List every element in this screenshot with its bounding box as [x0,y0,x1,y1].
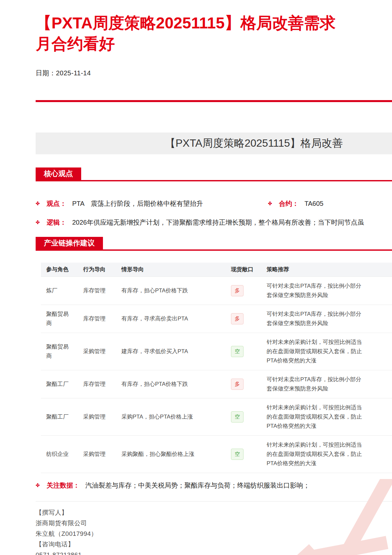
table-row: 聚酯贸易商采购管理建库存，寻求低价买入PTA空针对未来的采购计划，可按照比例适当… [41,333,392,370]
page-title: 【PXTA周度策略20251115】格局改善需求 月合约看好 [36,0,392,54]
top-red-divider [36,100,392,102]
exposure-cell: 空 [226,398,261,436]
strategy-line: 套保做空来预防意外风险 [267,291,392,300]
page-title-line-1: 【PXTA周度策略20251115】格局改善需求 [36,13,392,33]
strategy-cell: 可针对未卖出PTA库存，按比例小部分套保做空来预防意外风险 [261,370,392,398]
situation-cell: 有库存，担心PTA价格下跌 [116,277,226,305]
table-row: 炼厂库存管理有库存，担心PTA价格下跌多可针对未卖出PTA库存，按比例小部分套保… [41,277,392,305]
short-exposure-badge: 空 [231,346,244,357]
role-cell: 聚酯工厂 [41,398,78,436]
footer-company: 浙商期货有限公司 [36,520,392,526]
strategy-line: 的在盘面做期货或期权买入套保，防止 [267,450,392,459]
bullet-diamond-icon: ✤ [36,201,40,206]
situation-cell: 采购聚酯，担心聚酯价格上涨 [116,436,226,473]
viewpoint-label: 观点： [47,200,66,207]
contract-item: ✤ 合约： TA605 [268,199,323,208]
col-header-role: 参与角色 [41,263,78,277]
strategy-line: 针对未来的采购计划，可按照比例适当 [267,403,392,412]
role-cell: 炼厂 [41,277,78,305]
focus-data-row: ✤ 关注数据： 汽油裂差与库存；中美关税局势；聚酯库存与负荷；终端纺织服装出口影… [36,481,392,490]
exposure-cell: 多 [226,305,261,333]
viewpoint-item: ✤ 观点： PTA 震荡上行阶段，后期价格中枢有望抬升 [36,200,203,207]
strategy-line: 套保做空来预防意外风险 [267,384,392,393]
section-header-advice: 产业链操作建议 [36,237,392,251]
table-row: 聚酯工厂库存管理有库存，担心PTA价格下跌多可针对未卖出PTA库存，按比例小部分… [41,370,392,398]
short-exposure-badge: 空 [231,411,244,423]
advice-table-body: 炼厂库存管理有库存，担心PTA价格下跌多可针对未卖出PTA库存，按比例小部分套保… [41,277,392,473]
strategy-line: PTA价格突然的大涨 [267,422,392,431]
col-header-strategy: 策略推荐 [261,263,392,277]
role-cell: 聚酯贸易商 [41,333,78,370]
strategy-line: PTA价格突然的大涨 [267,459,392,468]
logic-row: ✤ 逻辑： 2026年供应端无新增投产计划，下游聚酯需求维持正增长预期，整个格局… [36,218,392,227]
focus-data-label: 关注数据： [47,482,80,489]
viewpoint-text: PTA 震荡上行阶段，后期价格中枢有望抬升 [72,200,203,207]
strategy-cell: 可针对未卖出PTA库存，按比例小部分套保做空来预防意外风险 [261,305,392,333]
exposure-cell: 空 [226,333,261,370]
situation-cell: 采购PTA，担心PTA价格上涨 [116,398,226,436]
strategy-line: 可针对未卖出PTA库存，按比例小部分 [267,281,392,291]
advice-table-header: 参与角色 行为导向 情形导向 现货敞口 策略推荐 [41,263,392,277]
header-row: 参与角色 行为导向 情形导向 现货敞口 策略推荐 [41,263,392,277]
section-title-core: 核心观点 [36,167,81,180]
banner-title: 【PXTA周度策略20251115】格局改善 [165,136,343,151]
role-cell: 聚酯工厂 [41,370,78,398]
role-cell: 聚酯贸易商 [41,305,78,333]
exposure-cell: 多 [226,277,261,305]
section-title-advice: 产业链操作建议 [36,237,103,249]
footer-phone-section: 【咨询电话】 [36,541,392,547]
table-row: 聚酯贸易商库存管理有库存，寻求高价卖出PTA多可针对未卖出PTA库存，按比例小部… [41,305,392,333]
bullet-diamond-icon: ✤ [36,219,40,225]
footer-author: 朱立航（Z0017994） [36,531,392,537]
strategy-cell: 针对未来的采购计划，可按照比例适当的在盘面做期货或期权买入套保，防止PTA价格突… [261,333,392,370]
strategy-line: PTA价格突然的大涨 [267,356,392,365]
report-banner: 【PXTA周度策略20251115】格局改善 [36,132,392,154]
logic-label: 逻辑： [47,219,66,226]
focus-data-item: ✤ 关注数据： 汽油裂差与库存；中美关税局势；聚酯库存与负荷；终端纺织服装出口影… [36,482,310,489]
col-header-situation: 情形导向 [116,263,226,277]
logic-item: ✤ 逻辑： 2026年供应端无新增投产计划，下游聚酯需求维持正增长预期，整个格局… [36,219,364,226]
situation-cell: 建库存，寻求低价买入PTA [116,333,226,370]
exposure-cell: 空 [226,436,261,473]
footer-author-section: 【撰写人】 [36,509,392,516]
behavior-cell: 库存管理 [78,370,116,398]
behavior-cell: 库存管理 [78,277,116,305]
section-header-core: 核心观点 [36,167,392,181]
strategy-line: 可针对未卖出PTA库存，按比例小部分 [267,310,392,319]
long-exposure-badge: 多 [231,313,244,324]
behavior-cell: 采购管理 [78,333,116,370]
table-row: 聚酯工厂采购管理采购PTA，担心PTA价格上涨空针对未来的采购计划，可按照比例适… [41,398,392,436]
viewpoint-row: ✤ 观点： PTA 震荡上行阶段，后期价格中枢有望抬升 ✤ 合约： TA605 [36,199,392,208]
advice-table: 参与角色 行为导向 情形导向 现货敞口 策略推荐 炼厂库存管理有库存，担心PTA… [41,263,392,473]
role-cell: 纺织企业 [41,436,78,473]
long-exposure-badge: 多 [231,379,244,390]
bullet-diamond-icon: ✤ [36,482,40,488]
page-title-line-2: 月合约看好 [36,33,392,54]
behavior-cell: 采购管理 [78,436,116,473]
contract-label: 合约： [279,200,299,207]
footer-phone: 0571-87213861 [36,552,392,555]
footer-divider [36,501,392,501]
col-header-exposure: 现货敞口 [226,263,261,277]
table-row: 纺织企业采购管理采购聚酯，担心聚酯价格上涨空针对未来的采购计划，可按照比例适当的… [41,436,392,473]
behavior-cell: 库存管理 [78,305,116,333]
date-label: 日期： [36,69,56,77]
strategy-cell: 针对未来的采购计划，可按照比例适当的在盘面做期货或期权买入套保，防止PTA价格突… [261,436,392,473]
date-value: 2025-11-14 [56,69,91,77]
short-exposure-badge: 空 [231,449,244,460]
situation-cell: 有库存，担心PTA价格下跌 [116,370,226,398]
col-header-behavior: 行为导向 [78,263,116,277]
strategy-line: 可针对未卖出PTA库存，按比例小部分 [267,375,392,384]
footer: 【撰写人】 浙商期货有限公司 朱立航（Z0017994） 【咨询电话】 0571… [36,509,392,555]
strategy-line: 的在盘面做期货或期权买入套保，防止 [267,412,392,422]
strategy-line: 套保做空来预防意外风险 [267,319,392,328]
report-page: 【PXTA周度策略20251115】格局改善需求 月合约看好 日期：2025-1… [0,0,392,555]
exposure-cell: 多 [226,370,261,398]
strategy-line: 的在盘面做期货或期权买入套保，防止 [267,347,392,356]
behavior-cell: 采购管理 [78,398,116,436]
focus-data-text: 汽油裂差与库存；中美关税局势；聚酯库存与负荷；终端纺织服装出口影响； [85,482,310,489]
strategy-cell: 针对未来的采购计划，可按照比例适当的在盘面做期货或期权买入套保，防止PTA价格突… [261,398,392,436]
report-content: 【PXTA周度策略20251115】格局改善需求 月合约看好 日期：2025-1… [36,0,392,555]
long-exposure-badge: 多 [231,285,244,296]
strategy-line: 针对未来的采购计划，可按照比例适当 [267,440,392,450]
